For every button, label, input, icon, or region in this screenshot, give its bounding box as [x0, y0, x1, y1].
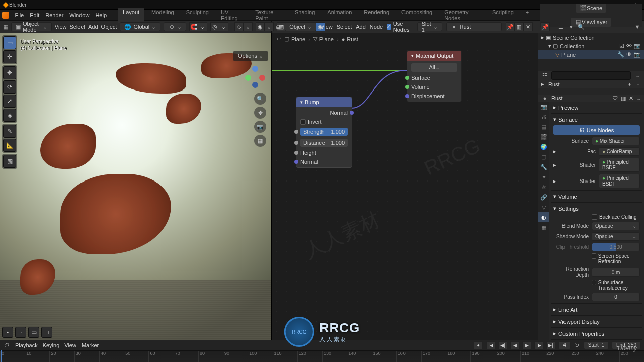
tab-modifier-props[interactable]: 🔧: [538, 162, 549, 172]
properties-panel[interactable]: ▸Preview ▾Surface ☊Use Nodes Surface● Mi…: [549, 102, 644, 340]
shadow-mode[interactable]: Opaque ⌄: [592, 232, 640, 241]
socket-volume[interactable]: Volume: [411, 84, 430, 90]
pin-icon[interactable]: 📌: [541, 22, 550, 31]
tab-animation[interactable]: Animation: [322, 8, 357, 23]
tool-transform[interactable]: ◈: [3, 109, 16, 122]
material-list-item[interactable]: Rust: [548, 81, 624, 87]
properties-search[interactable]: [551, 71, 631, 80]
select-mode-icon-2[interactable]: ▫: [15, 327, 26, 338]
timeline-track[interactable]: 0102030405060708090100110120130140150160…: [0, 350, 644, 362]
menu-playback[interactable]: Playback: [15, 342, 38, 348]
breadcrumb-mesh[interactable]: ▽Plane: [313, 36, 334, 42]
tab-render-props[interactable]: 📷: [538, 102, 549, 112]
select-mode-icon-3[interactable]: ▭: [28, 327, 39, 338]
bump-strength-field[interactable]: Strength1.000: [300, 128, 348, 136]
clock-icon[interactable]: ⏲: [574, 341, 581, 348]
ssr-checkbox[interactable]: [592, 253, 596, 259]
tab-texture-props[interactable]: ▦: [538, 222, 549, 232]
scene-selector[interactable]: 🎬Scene: [576, 4, 606, 13]
menu-edit[interactable]: Edit: [30, 12, 39, 18]
section-settings[interactable]: ▾Settings: [551, 204, 642, 213]
render-icon[interactable]: 📷: [634, 43, 641, 49]
tool-move[interactable]: ✥: [3, 66, 16, 79]
use-nodes-button[interactable]: ☊Use Nodes: [553, 125, 640, 135]
material-slot-dropdown[interactable]: Slot 1⌄: [417, 22, 442, 31]
tab-uv-editing[interactable]: UV Editing: [216, 8, 248, 23]
menu-select[interactable]: Select: [69, 24, 85, 30]
menu-view-shader[interactable]: View: [320, 24, 333, 30]
clip-threshold[interactable]: 0.500: [592, 243, 640, 251]
menu-help[interactable]: Help: [95, 12, 107, 18]
tab-physics-props[interactable]: ⚛: [538, 182, 549, 192]
material-sphere-icon[interactable]: ●: [541, 95, 548, 102]
tool-add-primitive[interactable]: ▧: [3, 155, 16, 168]
tab-object-props[interactable]: ▢: [538, 152, 549, 162]
play-button[interactable]: ▶: [522, 341, 531, 349]
outliner[interactable]: ▸ ▣Scene Collection ▾ ▢Collection ☑👁📷 ▽P…: [538, 33, 644, 71]
tab-sculpting[interactable]: Sculpting: [181, 8, 214, 23]
pass-index[interactable]: 0: [592, 293, 640, 301]
section-viewport-display[interactable]: ▸Viewport Display: [551, 317, 642, 326]
jump-start-button[interactable]: |◀: [486, 341, 495, 349]
keyframe-next-button[interactable]: |▶: [534, 341, 543, 349]
interaction-mode-dropdown[interactable]: ▣ Object Mode⌄: [11, 22, 52, 31]
tab-viewlayer-props[interactable]: ▤: [538, 122, 549, 132]
proportional-icon[interactable]: ◎: [210, 22, 219, 31]
unlink-mat-button[interactable]: ✕: [629, 95, 633, 102]
timeline[interactable]: ⏱ Playback Keying View Marker ● |◀ ◀| ◀ …: [0, 340, 644, 362]
menu-select-shader[interactable]: Select: [337, 24, 352, 30]
properties-editor-icon[interactable]: ☷: [541, 72, 548, 79]
eye-icon[interactable]: 👁: [626, 43, 632, 49]
tab-particle-props[interactable]: ✦: [538, 172, 549, 182]
outliner-display-icon[interactable]: ▾: [568, 23, 575, 30]
select-mode-icon-1[interactable]: ▪: [2, 327, 13, 338]
menu-view[interactable]: View: [55, 24, 67, 30]
tab-output-props[interactable]: 🖨: [538, 112, 549, 122]
tab-geometry-nodes[interactable]: Geometry Nodes: [439, 8, 485, 23]
blend-mode[interactable]: Opaque ⌄: [592, 222, 640, 230]
outliner-editor-icon[interactable]: ☰: [557, 23, 565, 30]
remove-material-slot-button[interactable]: －: [635, 80, 641, 88]
material-name-field[interactable]: Rust: [551, 95, 609, 101]
jump-end-button[interactable]: ▶|: [546, 341, 555, 349]
tab-compositing[interactable]: Compositing: [396, 8, 437, 23]
outliner-scene-collection[interactable]: ▸ ▣Scene Collection: [538, 33, 644, 42]
tab-data-props[interactable]: ▽: [538, 202, 549, 212]
pivot-dropdown[interactable]: ⊙⌄: [164, 22, 186, 31]
filter-icon[interactable]: ▼: [634, 23, 641, 30]
tool-annotate[interactable]: ✎: [3, 125, 16, 138]
tab-modeling[interactable]: Modeling: [146, 8, 179, 23]
end-frame-field[interactable]: End 250: [612, 341, 641, 349]
tab-texture-paint[interactable]: Texture Paint: [250, 8, 288, 23]
select-mode-icon-4[interactable]: □: [41, 327, 52, 338]
camera-icon[interactable]: 📷: [254, 121, 266, 133]
render-icon[interactable]: 📷: [634, 51, 641, 58]
tab-scripting[interactable]: Scripting: [487, 8, 519, 23]
start-frame-field[interactable]: Start 1: [584, 341, 609, 349]
timeline-editor-icon[interactable]: ⏱: [3, 342, 10, 349]
use-nodes-toggle[interactable]: ✓Use Nodes: [387, 21, 413, 33]
section-surface[interactable]: ▾Surface: [551, 115, 642, 124]
tab-shading[interactable]: Shading: [290, 8, 320, 23]
outliner-plane[interactable]: ▽Plane 🔧👁📷: [538, 50, 644, 59]
overlays-icon[interactable]: ◉: [256, 22, 265, 31]
socket-displacement[interactable]: Displacement: [411, 93, 445, 99]
tab-scene-props[interactable]: 🎬: [538, 132, 549, 142]
fac-value[interactable]: ● ColorRamp: [599, 147, 640, 156]
socket-height[interactable]: Height: [300, 150, 316, 156]
tool-cursor[interactable]: ✛: [3, 50, 16, 63]
zoom-icon[interactable]: 🔍: [254, 93, 266, 105]
navigation-gizmo[interactable]: [244, 66, 266, 88]
menu-view-timeline[interactable]: View: [64, 342, 76, 348]
socket-normal-in[interactable]: Normal: [300, 159, 318, 165]
pin-material-button[interactable]: 📌: [506, 22, 515, 31]
node-material-output[interactable]: ▾Material Output All ⌄ Surface Volume Di…: [407, 50, 462, 102]
backface-checkbox[interactable]: [592, 214, 597, 220]
autokey-button[interactable]: ●: [474, 341, 483, 349]
transform-orientation-dropdown[interactable]: 🌐Global⌄: [120, 22, 160, 31]
pan-icon[interactable]: ✥: [254, 107, 266, 119]
shader-type-dropdown[interactable]: Object⌄: [285, 22, 316, 31]
new-mat-button[interactable]: ▥: [621, 95, 626, 102]
snap-toggle[interactable]: 🧲⌄: [189, 22, 207, 31]
menu-add[interactable]: Add: [88, 24, 98, 30]
